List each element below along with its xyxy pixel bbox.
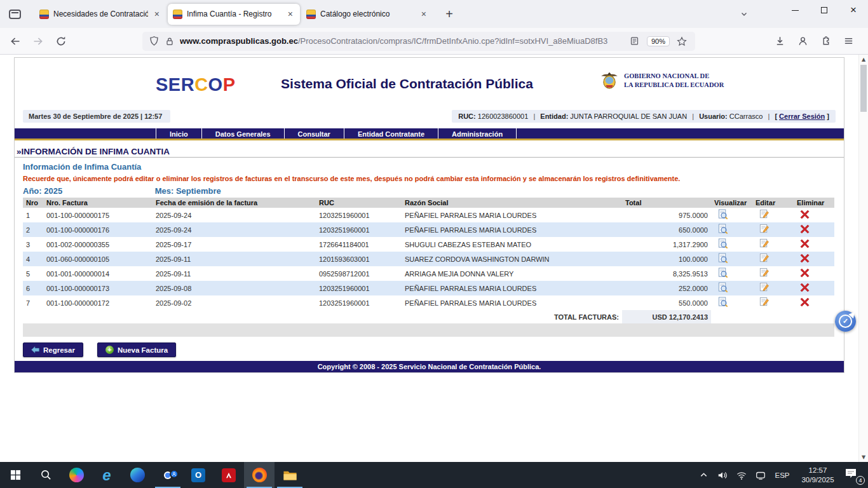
edit-invoice-icon[interactable]: [759, 253, 770, 265]
menu-button[interactable]: [839, 31, 858, 51]
new-invoice-button[interactable]: + Nueva Factura: [97, 342, 176, 357]
taskbar-outlook[interactable]: O: [183, 462, 214, 488]
language-indicator[interactable]: ESP: [773, 471, 792, 479]
session-bar: Martes 30 de Septiembre de 2025 | 12:57 …: [23, 110, 836, 124]
taskbar-search[interactable]: [31, 462, 61, 488]
page-viewport: SERCOP Sistema Oficial de Contratación P…: [0, 55, 868, 462]
site-container: SERCOP Sistema Oficial de Contratación P…: [14, 57, 844, 373]
bookmark-button[interactable]: [675, 34, 689, 48]
total-label: TOTAL FACTURAS:: [23, 310, 622, 323]
forward-button[interactable]: [28, 31, 48, 51]
cell-nro: 3: [23, 237, 43, 252]
edit-invoice-icon[interactable]: [759, 282, 770, 294]
delete-invoice-icon[interactable]: [800, 210, 810, 220]
extensions-button[interactable]: [816, 31, 835, 51]
cell-factura: 001-060-000000105: [43, 252, 153, 266]
taskbar-acrobat[interactable]: [214, 462, 244, 488]
list-all-tabs-button[interactable]: [735, 4, 754, 24]
acrobat-icon: [222, 468, 236, 482]
minimize-button[interactable]: [780, 0, 810, 20]
view-invoice-icon[interactable]: [717, 282, 728, 294]
start-button[interactable]: [0, 462, 31, 488]
edit-invoice-icon[interactable]: [759, 297, 770, 309]
close-button[interactable]: ×: [839, 0, 868, 20]
cast-button[interactable]: [754, 470, 768, 481]
screen-timer-widget[interactable]: ✓: [835, 311, 856, 332]
delete-invoice-icon[interactable]: [800, 268, 810, 279]
tab-close-icon[interactable]: ×: [419, 9, 428, 19]
tab-active[interactable]: Infima Cuantía - Registro×: [168, 4, 300, 25]
edit-invoice-icon[interactable]: [759, 209, 770, 221]
file-explorer-icon: [283, 469, 297, 482]
delete-invoice-icon[interactable]: [800, 254, 810, 264]
tab-close-icon[interactable]: ×: [286, 9, 295, 19]
view-invoice-icon[interactable]: [717, 253, 728, 265]
gov-line-2: LA REPUBLICA DEL ECUADOR: [624, 81, 724, 90]
star-icon: [677, 36, 687, 46]
new-tab-button[interactable]: +: [440, 4, 459, 24]
back-button-label: Regresar: [43, 346, 75, 354]
delete-invoice-icon[interactable]: [800, 239, 810, 250]
maximize-button[interactable]: [810, 0, 839, 20]
edit-invoice-icon[interactable]: [759, 224, 770, 236]
taskbar-clock[interactable]: 12:57 30/9/2025: [797, 466, 839, 485]
view-invoice-icon[interactable]: [717, 209, 728, 221]
menu-item-entidad-contratante[interactable]: Entidad Contratante: [344, 128, 438, 139]
downloads-button[interactable]: [770, 31, 789, 51]
taskbar-edge[interactable]: [122, 462, 153, 488]
cell-razon-social: PEÑAFIEL PARRALES MARIA LOURDES: [402, 208, 622, 222]
menu-item-inicio[interactable]: Inicio: [156, 128, 201, 139]
year-month-row: Año: 2025 Mes: Septiembre: [23, 186, 836, 196]
search-icon: [40, 469, 52, 481]
back-button[interactable]: [5, 31, 25, 51]
menu-item-administracion[interactable]: Administración: [438, 128, 517, 139]
wifi-button[interactable]: [735, 470, 749, 481]
menu-item-consultar[interactable]: Consultar: [284, 128, 344, 139]
edit-invoice-icon[interactable]: [759, 268, 770, 280]
view-invoice-icon[interactable]: [717, 297, 728, 309]
year-field: Año: 2025: [23, 186, 153, 196]
view-invoice-icon[interactable]: [717, 224, 728, 236]
reload-button[interactable]: [51, 31, 71, 51]
wifi-icon: [736, 470, 747, 481]
firefox-view-icon: [9, 10, 21, 19]
taskbar-chrome[interactable]: [153, 462, 183, 488]
firefox-view-button[interactable]: [5, 4, 24, 24]
scroll-down-arrow[interactable]: ▼: [859, 454, 868, 460]
taskbar-file-explorer[interactable]: [275, 462, 305, 488]
taskbar-firefox[interactable]: [244, 462, 275, 488]
delete-invoice-icon[interactable]: [800, 283, 810, 294]
menu-item-datos-generales[interactable]: Datos Generales: [201, 128, 284, 139]
view-invoice-icon[interactable]: [717, 238, 728, 250]
account-button[interactable]: [793, 31, 812, 51]
zoom-level-badge[interactable]: 90%: [647, 36, 670, 46]
reader-mode-button[interactable]: [628, 34, 642, 48]
scrollbar-thumb[interactable]: [860, 65, 867, 112]
tab[interactable]: Necesidades de Contratación y×: [34, 4, 166, 25]
edit-invoice-icon[interactable]: [759, 238, 770, 250]
notification-center-button[interactable]: 4: [844, 467, 864, 484]
logout-link[interactable]: Cerrar Sesión: [779, 112, 825, 120]
page-scrollbar[interactable]: ▲ ▼: [858, 55, 868, 462]
delete-invoice-icon[interactable]: [800, 297, 810, 308]
taskbar-internet-explorer[interactable]: e: [92, 462, 122, 488]
back-button-page[interactable]: Regresar: [23, 342, 83, 357]
invoice-row: 5001-001-0000000142025-09-11095259871200…: [23, 266, 834, 281]
tab-close-icon[interactable]: ×: [153, 9, 161, 19]
volume-button[interactable]: [715, 470, 729, 481]
delete-invoice-icon[interactable]: [800, 224, 810, 235]
tray-expand-button[interactable]: [696, 471, 710, 479]
taskbar-copilot[interactable]: [61, 462, 92, 488]
url-bar[interactable]: www.compraspublicas.gob.ec/ProcesoContra…: [142, 32, 695, 51]
tab[interactable]: Catálogo electrónico×: [301, 4, 433, 25]
cell-fecha: 2025-09-08: [153, 281, 316, 295]
view-invoice-icon[interactable]: [717, 268, 728, 280]
timer-clock-icon: ✓: [839, 315, 852, 328]
invoice-row: 3001-002-0000003552025-09-17172664118400…: [23, 237, 834, 252]
windows-icon: [10, 470, 21, 480]
edge-icon: [130, 468, 145, 482]
copilot-icon: [69, 468, 84, 482]
scroll-up-arrow[interactable]: ▲: [859, 57, 868, 62]
system-tray: ESP 12:57 30/9/2025 4: [696, 462, 868, 488]
chevron-up-icon: [700, 471, 708, 479]
